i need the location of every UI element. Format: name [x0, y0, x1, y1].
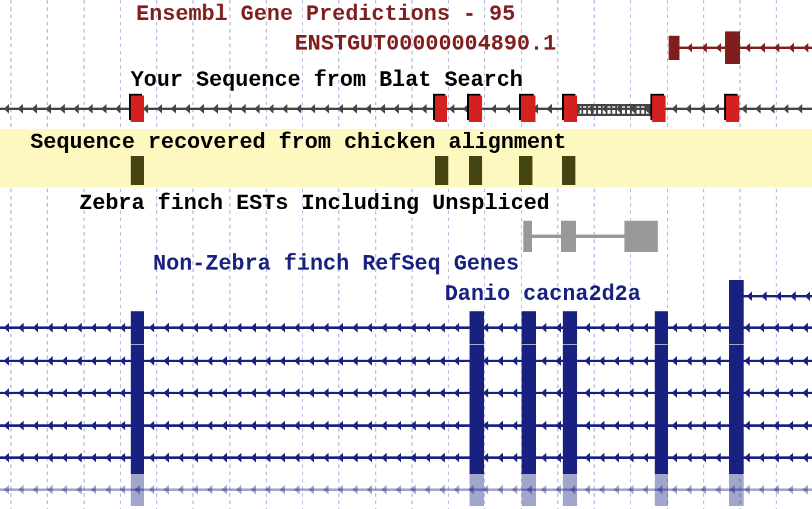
- refseq-exon-1-2[interactable]: [522, 311, 536, 344]
- refseq-row-3-arrowhead: [672, 388, 677, 398]
- blat-exon-6[interactable]: [726, 96, 739, 122]
- refseq-exon-5-4[interactable]: [655, 441, 668, 474]
- refseq-row-4-arrowhead: [701, 421, 706, 430]
- refseq-exon-1-1[interactable]: [470, 311, 484, 344]
- refseq-row-6-arrowhead: [454, 485, 459, 494]
- refseq-exon-6-5[interactable]: [729, 473, 744, 506]
- refseq-row-3-arrowhead: [338, 388, 343, 398]
- chicken-block-2[interactable]: [469, 156, 482, 185]
- blat-exon-5[interactable]: [652, 96, 666, 122]
- refseq-row-5-arrowhead: [599, 453, 604, 462]
- refseq-exon-2-2[interactable]: [522, 345, 536, 377]
- refseq-row-4-arrowhead: [439, 421, 445, 430]
- refseq-exon-5-2[interactable]: [522, 441, 536, 474]
- refseq-exon-3-1[interactable]: [470, 377, 484, 409]
- refseq-row-1-arrowhead: [599, 323, 604, 332]
- blat-exon-0[interactable]: [131, 96, 144, 122]
- refseq-row-5-arrowhead: [192, 453, 198, 462]
- refseq-row-6-arrowhead: [701, 485, 706, 494]
- refseq-exon-6-1[interactable]: [470, 473, 484, 506]
- refseq-row-6-arrowhead: [250, 485, 256, 494]
- chicken-block-1[interactable]: [435, 156, 448, 185]
- refseq-exon-0-0[interactable]: [729, 280, 744, 313]
- refseq-exon-2-5[interactable]: [729, 345, 744, 377]
- refseq-exon-4-4[interactable]: [655, 409, 668, 442]
- refseq-exon-4-0[interactable]: [131, 409, 144, 442]
- chicken-block-0[interactable]: [131, 156, 144, 185]
- refseq-exon-1-5[interactable]: [729, 311, 744, 344]
- chicken-block-3[interactable]: [519, 156, 532, 185]
- refseq-exon-2-1[interactable]: [470, 345, 484, 377]
- refseq-row-3-arrowhead: [265, 388, 270, 398]
- refseq-exon-5-0[interactable]: [131, 441, 144, 474]
- refseq-row-2-arrowhead: [686, 356, 692, 366]
- refseq-row-3-arrowhead: [309, 388, 314, 398]
- est-block-0[interactable]: [523, 221, 532, 252]
- refseq-row-5-arrowhead: [352, 453, 358, 462]
- refseq-exon-6-3[interactable]: [563, 473, 577, 506]
- refseq-row-3-arrowhead: [91, 388, 96, 398]
- est-block-2[interactable]: [624, 221, 658, 252]
- refseq-exon-6-0[interactable]: [131, 473, 144, 506]
- refseq-exon-1-0[interactable]: [131, 311, 144, 344]
- refseq-exon-5-3[interactable]: [563, 441, 577, 474]
- refseq-exon-6-4[interactable]: [655, 473, 668, 506]
- refseq-row-2-arrowhead: [338, 356, 343, 366]
- refseq-exon-1-3[interactable]: [563, 311, 577, 344]
- refseq-row-4-arrowhead: [396, 421, 401, 430]
- blat-exon-4[interactable]: [564, 96, 577, 122]
- refseq-exon-3-4[interactable]: [655, 377, 668, 409]
- refseq-row-1-arrowhead: [497, 323, 503, 332]
- refseq-exon-2-0[interactable]: [131, 345, 144, 377]
- blat-exon-3[interactable]: [521, 96, 535, 122]
- refseq-row-6-arrowhead: [381, 485, 387, 494]
- refseq-row-5-arrowhead: [33, 453, 38, 462]
- refseq-row-6-arrowhead: [628, 485, 634, 494]
- refseq-exon-4-2[interactable]: [522, 409, 536, 442]
- refseq-row-4-arrowhead: [178, 421, 183, 430]
- chicken-block-4[interactable]: [562, 156, 575, 185]
- blat-track-arrowhead: [171, 104, 176, 114]
- ensembl-exon-1[interactable]: [725, 31, 740, 64]
- blat-track-arrowhead: [407, 104, 413, 114]
- refseq-row-6-arrowhead: [396, 485, 401, 494]
- refseq-exon-3-5[interactable]: [729, 377, 744, 409]
- blat-gap-segment[interactable]: [577, 104, 652, 116]
- refseq-row-2-arrowhead: [425, 356, 430, 366]
- refseq-row-2-arrowhead: [367, 356, 372, 366]
- refseq-row-3-arrowhead: [149, 388, 154, 398]
- refseq-row-4-arrowhead: [584, 421, 590, 430]
- refseq-row-6-arrowhead: [323, 485, 329, 494]
- refseq-exon-2-3[interactable]: [563, 345, 577, 377]
- genome-browser-view[interactable]: Ensembl Gene Predictions - 95ENSTGUT0000…: [0, 0, 812, 509]
- refseq-exon-4-5[interactable]: [729, 409, 744, 442]
- refseq-exon-2-4[interactable]: [655, 345, 668, 377]
- refseq-row-3-arrowhead: [120, 388, 125, 398]
- refseq-row-4-arrowhead: [76, 421, 82, 430]
- refseq-row-4-arrowhead: [541, 421, 546, 430]
- refseq-row-6-arrowhead: [192, 485, 198, 494]
- refseq-row-1-arrowhead: [381, 323, 387, 332]
- refseq-row-4-arrowhead: [33, 421, 38, 430]
- refseq-exon-4-3[interactable]: [563, 409, 577, 442]
- blat-exon-2[interactable]: [469, 96, 482, 122]
- refseq-row-1-arrowhead: [236, 323, 241, 332]
- refseq-row-5-arrowhead: [62, 453, 67, 462]
- refseq-exon-3-0[interactable]: [131, 377, 144, 409]
- refseq-exon-5-5[interactable]: [729, 441, 744, 474]
- ensembl-exon-0[interactable]: [669, 36, 679, 60]
- refseq-exon-5-1[interactable]: [470, 441, 484, 474]
- refseq-row-5-arrowhead: [294, 453, 300, 462]
- refseq-exon-4-1[interactable]: [470, 409, 484, 442]
- blat-track-arrowhead: [741, 104, 747, 114]
- refseq-exon-3-3[interactable]: [563, 377, 577, 409]
- refseq-exon-1-4[interactable]: [655, 311, 668, 344]
- ensembl-track-arrowhead: [803, 43, 808, 53]
- refseq-row-4-arrowhead: [759, 421, 764, 430]
- refseq-exon-3-2[interactable]: [522, 377, 536, 409]
- blat-exon-1[interactable]: [435, 96, 447, 122]
- blat-track-arrowhead: [310, 104, 315, 114]
- est-block-1[interactable]: [561, 221, 576, 252]
- refseq-exon-6-2[interactable]: [522, 473, 536, 506]
- refseq-row-5-arrowhead: [744, 453, 750, 462]
